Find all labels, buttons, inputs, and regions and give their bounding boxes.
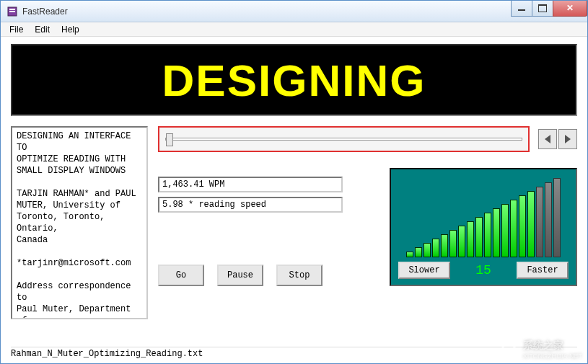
speed-bar xyxy=(493,208,500,257)
speed-bar xyxy=(441,234,448,257)
speed-bars xyxy=(397,175,570,257)
app-window: FastReader File Edit Help DESIGNING DESI… xyxy=(0,0,588,364)
reading-speed-display: 5.98 * reading speed xyxy=(158,197,343,213)
controls-row: Go Pause Stop Slower 15 Faster xyxy=(158,247,577,286)
speed-bar xyxy=(458,226,465,257)
stats-column: 1,463.41 WPM 5.98 * reading speed xyxy=(158,177,343,213)
prev-button[interactable] xyxy=(538,129,557,149)
position-row xyxy=(158,126,577,152)
faster-button[interactable]: Faster xyxy=(517,262,569,279)
status-filename: Rahman_N_Muter_Optimizing_Reading.txt xyxy=(11,349,203,359)
speed-bar xyxy=(536,187,543,257)
playback-buttons: Go Pause Stop xyxy=(158,265,322,286)
position-slider-box xyxy=(158,126,530,152)
content-area: DESIGNING DESIGNING AN INTERFACE TO OPTI… xyxy=(1,37,587,363)
menu-file[interactable]: File xyxy=(4,23,29,36)
close-button[interactable] xyxy=(553,1,587,17)
speed-panel: Slower 15 Faster xyxy=(390,168,577,286)
next-button[interactable] xyxy=(558,129,577,149)
svg-marker-3 xyxy=(545,135,550,143)
word-display-panel: DESIGNING xyxy=(11,44,577,116)
speed-bar xyxy=(545,182,552,257)
current-word: DESIGNING xyxy=(162,55,426,106)
speed-bar xyxy=(519,195,526,257)
speed-bar xyxy=(432,239,439,257)
position-slider[interactable] xyxy=(165,138,522,141)
wpm-display: 1,463.41 WPM xyxy=(158,177,343,192)
position-slider-thumb[interactable] xyxy=(166,133,173,146)
main-row: DESIGNING AN INTERFACE TO OPTIMIZE READI… xyxy=(11,126,577,342)
menu-edit[interactable]: Edit xyxy=(29,23,56,36)
speed-bar xyxy=(510,200,517,257)
titlebar-text: FastReader xyxy=(22,6,512,17)
stop-button[interactable]: Stop xyxy=(276,265,322,286)
pause-button[interactable]: Pause xyxy=(217,265,263,286)
go-button[interactable]: Go xyxy=(158,265,204,286)
speed-bar xyxy=(406,252,413,257)
speed-controls: Slower 15 Faster xyxy=(397,262,570,279)
speed-bar xyxy=(424,243,431,257)
speed-bar xyxy=(501,204,509,257)
speed-bar xyxy=(449,230,457,257)
status-bar: Rahman_N_Muter_Optimizing_Reading.txt xyxy=(11,347,577,360)
speed-bar xyxy=(527,191,535,257)
menubar: File Edit Help xyxy=(1,22,587,37)
minimize-button[interactable] xyxy=(511,1,532,17)
right-panel: 1,463.41 WPM 5.98 * reading speed 0 perc… xyxy=(158,126,577,342)
menu-help[interactable]: Help xyxy=(56,23,85,36)
titlebar[interactable]: FastReader xyxy=(1,1,587,22)
app-icon xyxy=(6,6,18,17)
speed-bar xyxy=(475,217,483,257)
speed-bar xyxy=(484,213,491,257)
speed-bar xyxy=(467,221,474,257)
maximize-button[interactable] xyxy=(532,1,553,17)
window-controls xyxy=(512,1,587,17)
svg-rect-2 xyxy=(9,11,15,12)
svg-rect-1 xyxy=(9,9,15,10)
source-text-panel[interactable]: DESIGNING AN INTERFACE TO OPTIMIZE READI… xyxy=(11,126,148,319)
nav-buttons xyxy=(538,129,577,149)
speed-value: 15 xyxy=(475,263,491,278)
speed-bar xyxy=(553,178,561,257)
svg-marker-4 xyxy=(565,135,571,143)
slower-button[interactable]: Slower xyxy=(398,262,450,279)
speed-bar xyxy=(415,247,422,257)
